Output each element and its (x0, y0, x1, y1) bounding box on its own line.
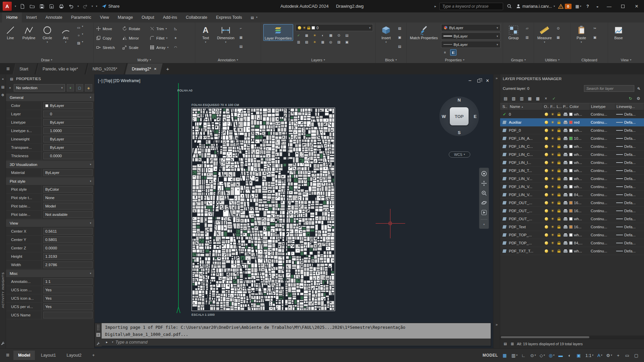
layer-lineweight[interactable]: Defa... (615, 217, 644, 221)
property-value-box[interactable]: 0.5801 (43, 236, 93, 243)
isodraft-icon[interactable]: ◇▾ (538, 351, 546, 359)
ribbon-tab[interactable]: Output (137, 12, 159, 22)
palette-menu-icon[interactable]: ▤ (0, 84, 5, 89)
property-row[interactable]: Material ByLayer (6, 169, 94, 177)
layer-states-manager-icon[interactable]: ▥ (518, 95, 525, 102)
property-value-box[interactable]: None (43, 194, 93, 201)
status-menu-icon[interactable]: ≡ (3, 352, 12, 359)
maximize-button[interactable] (618, 0, 628, 12)
drawing-close-icon[interactable]: × (486, 78, 489, 84)
make-current-icon[interactable]: ✓ (296, 33, 301, 38)
viewcube-top-face[interactable]: TOP (450, 107, 469, 125)
scale-button[interactable]: Scale (122, 45, 148, 50)
layer-row[interactable]: PDF_0 ☀ wh... Continu... Defa... (500, 126, 644, 134)
layer-color-cell[interactable]: wh... (569, 161, 590, 165)
layer-on-toggle[interactable] (543, 201, 549, 204)
layer-lock-toggle[interactable] (556, 249, 562, 253)
layer-lineweight[interactable]: Defa... (615, 161, 644, 165)
layer-lock-toggle[interactable] (556, 241, 562, 245)
city-map-drawing[interactable] (192, 108, 335, 311)
layer-linetype[interactable]: Continu... (590, 217, 615, 221)
annotation-panel-label[interactable]: Annotation▾ (195, 57, 261, 63)
erase-button[interactable]: ◺ (172, 25, 179, 32)
property-value-box[interactable]: 1.0000 (43, 127, 93, 134)
layer-on-toggle[interactable] (543, 137, 549, 140)
viewcube-north[interactable]: N (458, 98, 461, 103)
viewcube-south[interactable]: S (458, 130, 461, 135)
file-tab[interactable]: Start (13, 63, 38, 74)
app-store-button[interactable]: ▦▾ (575, 3, 581, 10)
match-layer-icon[interactable]: ▦ (304, 33, 309, 38)
section-plot-style[interactable]: Plot style▾ (6, 177, 94, 185)
lpm-autohide-icon[interactable]: » (495, 76, 497, 80)
viewport-minimize-control[interactable]: [−] (98, 78, 103, 83)
property-row[interactable]: Plot table... Not available (6, 210, 94, 219)
ribbon-tab[interactable]: Manage (113, 12, 137, 22)
layer-plot-toggle[interactable] (562, 161, 569, 164)
layer-on-toggle[interactable] (543, 225, 549, 229)
layer-linetype[interactable]: Continu... (590, 233, 615, 237)
lpm-expand-icon[interactable]: » (495, 322, 497, 326)
ellipse-button[interactable]: ○▾ (76, 33, 83, 38)
pan-icon[interactable] (481, 180, 487, 186)
layer-lock-toggle[interactable] (556, 120, 562, 124)
activity-insights-tab[interactable]: ACTIVITY INSIGHTS (1, 272, 5, 308)
property-value-box[interactable]: 0.0000 (43, 245, 93, 251)
layer-lock-toggle[interactable] (556, 128, 562, 132)
layer-table-header[interactable]: S.. Name▲ O.. F... L... P... Color Linet… (500, 103, 644, 110)
stretch-button[interactable]: Stretch (96, 45, 121, 50)
mirror-button[interactable]: Mirror (122, 35, 148, 41)
block-attributes-button[interactable]: ▤ (396, 43, 403, 50)
layer-color-cell[interactable]: 16... (569, 201, 590, 205)
property-row[interactable]: UCS Name (6, 311, 94, 319)
create-block-button[interactable]: ▧ (396, 25, 403, 32)
polar-tracking-icon[interactable]: ⊙▾ (529, 351, 537, 359)
copy-clip-button[interactable]: ▣ (592, 34, 598, 41)
group-button[interactable]: Group (505, 24, 522, 40)
clipboard-panel-label[interactable]: Clipboard (571, 57, 608, 63)
layer-color-cell[interactable]: wh... (569, 217, 590, 221)
property-row[interactable]: Center X 0.5611 (6, 227, 94, 236)
column-lineweight[interactable]: Lineweig... (615, 103, 644, 110)
layer-color-cell[interactable]: wh... (569, 185, 590, 189)
property-value-box[interactable]: Yes (43, 287, 93, 293)
base-button[interactable]: Base (610, 24, 627, 40)
save-button[interactable] (39, 3, 45, 10)
layer-lock-toggle[interactable] (556, 201, 562, 204)
edit-block-button[interactable]: ▣ (396, 34, 403, 41)
layer-linetype[interactable]: Continu... (590, 120, 615, 124)
layer-color-cell[interactable]: wh... (569, 144, 590, 148)
layer-search-icon[interactable]: 🔍︎ (636, 86, 641, 91)
layer-freeze-toggle[interactable]: ☀ (549, 128, 556, 132)
layer-linetype[interactable]: Continu... (590, 128, 615, 132)
layer-row[interactable]: PDF_TOP_... ☀ wh... Continu... Defa... (500, 231, 644, 239)
hatch-button[interactable]: ▨▾ (76, 41, 83, 46)
layer-linetype[interactable]: Continu... (590, 185, 615, 189)
column-freeze[interactable]: F... (549, 103, 556, 110)
layer-on-toggle[interactable] (543, 177, 549, 180)
invert-filter-icon[interactable]: ▤ (503, 341, 508, 346)
paste-button[interactable]: Paste ▾ (573, 24, 589, 44)
annotation-visibility-icon[interactable]: A▾ (596, 351, 604, 359)
arc-button[interactable]: Arc ▾ (58, 24, 74, 44)
layer-linetype[interactable]: Continu... (590, 136, 615, 140)
property-value-box[interactable]: 1:1 (43, 278, 93, 285)
match-properties-button[interactable]: Match Properties (409, 24, 439, 40)
polyline-button[interactable]: Polyline (21, 24, 37, 40)
transparency-icon[interactable]: ◐ (566, 351, 574, 359)
property-value-box[interactable]: 1.3193 (43, 253, 93, 260)
section-misc[interactable]: Misc▾ (6, 269, 94, 278)
drawing-minimize-icon[interactable]: − (468, 78, 471, 84)
column-status[interactable]: S.. (500, 103, 509, 110)
layer-lineweight[interactable]: Defa... (615, 201, 644, 205)
rotate-button[interactable]: Rotate (122, 26, 148, 32)
layer-plot-toggle[interactable] (562, 225, 569, 229)
layer-lineweight[interactable]: Defa... (615, 153, 644, 157)
layer-lineweight[interactable]: Defa... (615, 241, 644, 245)
freeze-icon[interactable]: ☀ (312, 33, 317, 38)
layer-linetype[interactable]: Continu... (590, 241, 615, 245)
help-button[interactable]: ? (584, 3, 591, 10)
layer-color-cell[interactable]: wh... (569, 233, 590, 237)
redo-button[interactable] (82, 3, 89, 10)
property-row[interactable]: Center Y 0.5801 (6, 236, 94, 244)
